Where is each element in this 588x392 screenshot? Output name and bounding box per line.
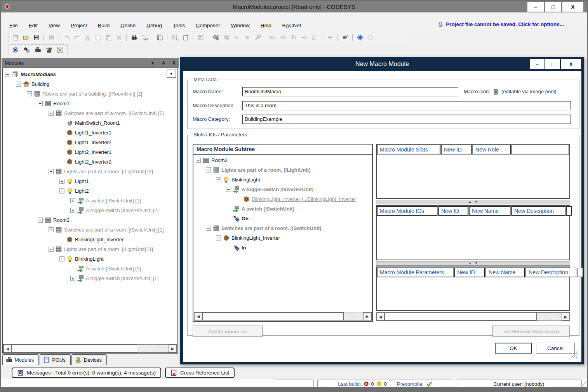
menu-project[interactable]: Project <box>71 23 87 28</box>
tree-row[interactable]: A switch [ISwitchUnit] [0] <box>3 264 177 274</box>
tree-row[interactable]: MainSwitch_Room1 <box>3 118 177 128</box>
step-out-button[interactable] <box>290 34 297 42</box>
step-over-button[interactable] <box>279 34 287 42</box>
tree-row[interactable]: BlinkingLight_Inverter (../BlinkingLight… <box>193 194 372 204</box>
macro-name-input[interactable]: RoomUnitMacro <box>242 87 458 96</box>
expand-icon[interactable]: + <box>59 179 64 184</box>
collapse-icon[interactable]: − <box>27 91 32 96</box>
tree-row[interactable]: −A toggle-switch [IInverterUnit] <box>193 185 372 194</box>
pin-icon[interactable] <box>161 61 166 66</box>
tree-row[interactable]: −Switches are part of a room. [ISwitchUn… <box>3 108 177 118</box>
tree-row[interactable]: +A toggle-switch [IInverterUnit] [1] <box>3 274 177 283</box>
branch-flow-button[interactable] <box>311 34 318 42</box>
tree-row[interactable]: On <box>193 214 372 223</box>
redo-button[interactable] <box>73 34 81 42</box>
calendar-button[interactable] <box>197 34 204 42</box>
macro-category-input[interactable]: BuildingExample <box>242 115 571 124</box>
list-pen-button[interactable] <box>341 34 349 42</box>
collapse-icon[interactable]: − <box>49 247 54 252</box>
run-button[interactable] <box>233 34 240 42</box>
record-circle-button[interactable] <box>367 34 374 42</box>
add-to-macro-button[interactable]: Add to macro >> <box>193 326 263 337</box>
tree-row[interactable]: −BlinkingLight_Inverter <box>193 233 372 243</box>
cancel-button[interactable]: Cancel <box>536 343 575 354</box>
scroll-right-icon[interactable]: ▶ <box>169 345 177 352</box>
column-header[interactable]: Macro Module Slots <box>377 145 440 154</box>
tree-row[interactable]: −Room2 <box>193 155 372 165</box>
collapse-icon[interactable]: − <box>49 227 54 232</box>
subtree-hscrollbar[interactable]: ◀ ▶ <box>194 312 372 321</box>
cut-button[interactable] <box>84 34 91 42</box>
dialog-titlebar[interactable]: New Macro Module <box>180 57 584 71</box>
macro-icon-preview[interactable] <box>492 89 499 95</box>
panel-tab-pous[interactable]: POUs <box>40 354 71 365</box>
tree-row[interactable]: Light2_Inverter1 <box>3 147 177 157</box>
step-into-button[interactable] <box>269 34 277 42</box>
menu-bacnet[interactable]: BACNet <box>282 23 301 28</box>
scroll-right-icon[interactable]: ▶ <box>363 312 371 320</box>
tree-row[interactable]: −Building <box>3 79 177 89</box>
collapse-icon[interactable]: − <box>59 188 64 193</box>
add-library-button[interactable]: +Lib <box>45 46 53 54</box>
tree-row[interactable]: Light1_Inverter1 <box>3 128 177 138</box>
ios-parameters-splitter[interactable]: ▲▼ <box>376 261 570 266</box>
tree-row[interactable]: BlinkingLight_Inverter <box>3 235 177 244</box>
macro-description-input[interactable]: This is a room. <box>242 101 571 110</box>
module-gears-button[interactable] <box>23 46 30 54</box>
tree-row[interactable]: −BlinkingLight <box>3 254 177 264</box>
clean-gears-button[interactable] <box>222 34 230 42</box>
scroll-left-icon[interactable]: ◀ <box>376 313 384 321</box>
modules-panel-header[interactable]: Modules ▼ X <box>2 58 179 68</box>
scroll-left-icon[interactable]: ◀ <box>194 312 202 320</box>
save-button[interactable] <box>32 34 40 42</box>
collapse-icon[interactable]: − <box>49 169 54 174</box>
scroll-left-icon[interactable]: ◀ <box>3 345 12 352</box>
slots-ios-splitter[interactable]: ▲▼ <box>376 200 570 204</box>
module-refresh-button[interactable] <box>11 46 19 54</box>
collapse-icon[interactable]: − <box>206 167 211 172</box>
column-header[interactable]: Macro Module Parameters <box>377 268 453 277</box>
window-resize-grip[interactable] <box>580 380 586 387</box>
column-header[interactable]: New Description <box>511 206 565 216</box>
panel-tab-modules[interactable]: Modules <box>2 354 39 365</box>
collapse-icon[interactable]: − <box>216 235 221 240</box>
root-filter-dropdown[interactable]: ▼ <box>167 70 176 78</box>
new-object-button[interactable] <box>181 34 189 42</box>
undo-button[interactable] <box>63 34 70 42</box>
find-button[interactable] <box>130 34 138 42</box>
collapse-icon[interactable]: − <box>206 226 211 231</box>
tree-row[interactable]: −Room1 <box>3 99 177 108</box>
copy-button[interactable] <box>94 34 102 42</box>
tree-row[interactable]: −MacroModules <box>3 70 177 79</box>
menu-file[interactable]: File <box>9 23 18 28</box>
menu-edit[interactable]: Edit <box>29 23 38 28</box>
tree-row[interactable]: −Room2 <box>3 215 177 225</box>
dialog-minimize-button[interactable]: – <box>530 59 545 69</box>
menu-composer[interactable]: Composer <box>196 23 220 28</box>
collapse-icon[interactable]: − <box>38 101 43 106</box>
new-document-button[interactable] <box>11 34 19 42</box>
replace-button[interactable] <box>141 34 148 42</box>
tree-row[interactable]: +A switch [ISwitchUnit] [1] <box>3 196 177 206</box>
tree-row[interactable]: −Rooms are part of a building. [IRoomUni… <box>3 89 177 99</box>
bottom-tab[interactable]: Cross Reference List <box>165 368 235 378</box>
delete-button[interactable] <box>115 34 123 42</box>
ok-button[interactable]: OK <box>495 343 532 354</box>
menu-view[interactable]: View <box>49 23 60 28</box>
tables-hscrollbar[interactable]: ◀ ▶ <box>376 312 570 321</box>
tree-row[interactable]: −Lights are part of a room. [ILightUnit]… <box>3 167 177 176</box>
panel-tab-devices[interactable]: Devices <box>71 354 107 365</box>
collapse-icon[interactable]: − <box>5 72 10 77</box>
column-header[interactable]: New ID <box>438 206 468 216</box>
force-arrow-button[interactable] <box>326 34 334 42</box>
menu-build[interactable]: Build <box>98 23 110 28</box>
collapse-icon[interactable]: − <box>49 111 54 116</box>
collapse-icon[interactable]: − <box>16 82 21 87</box>
signal-chart-button[interactable] <box>56 46 64 54</box>
collapse-icon[interactable]: − <box>38 218 43 223</box>
build-gears-button[interactable] <box>212 34 219 42</box>
collapse-icon[interactable]: − <box>196 158 201 163</box>
menu-online[interactable]: Online <box>120 23 136 28</box>
grid-dropdown-button[interactable] <box>171 34 179 42</box>
open-project-button[interactable] <box>22 34 30 42</box>
